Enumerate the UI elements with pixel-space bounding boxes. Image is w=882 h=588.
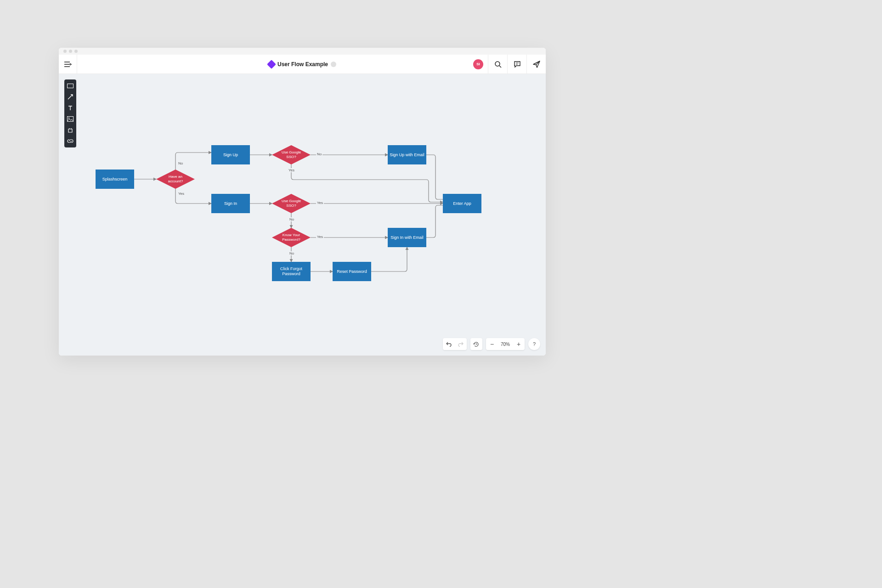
history-icon [473, 341, 479, 347]
edge-label-sso-up-yes: Yes [288, 168, 295, 172]
tool-text[interactable] [64, 102, 76, 113]
svg-rect-2 [68, 117, 74, 122]
node-sign-up[interactable]: Sign Up [211, 145, 250, 164]
arrow-icon [67, 94, 74, 100]
paper-plane-icon [533, 61, 540, 68]
app-logo-icon [267, 60, 276, 69]
topbar-right: SI [473, 55, 546, 74]
menu-icon [64, 62, 72, 67]
node-label: Sign Up [223, 153, 238, 158]
node-label: Use Google SSO? [274, 150, 309, 159]
node-reset-password[interactable]: Reset Password [333, 262, 371, 281]
node-sign-in[interactable]: Sign In [211, 194, 250, 213]
edge-label-password-yes: Yes [316, 235, 324, 239]
node-enter-app[interactable]: Enter App [443, 194, 481, 213]
node-label: Sign Up with Email [390, 153, 424, 158]
redo-icon [458, 341, 464, 347]
menu-button[interactable] [59, 55, 77, 74]
node-signin-email[interactable]: Sign In with Email [388, 228, 426, 247]
app-window: User Flow Example SI [59, 48, 546, 356]
node-label: Use Google SSO? [274, 199, 309, 208]
document-title[interactable]: User Flow Example [277, 61, 328, 68]
window-titlebar [59, 48, 546, 55]
history-button[interactable] [470, 338, 482, 350]
node-label: Enter App [453, 201, 471, 206]
tool-link[interactable] [64, 136, 76, 147]
tool-rectangle[interactable] [64, 80, 76, 91]
search-icon [494, 61, 502, 68]
node-label: Splashscreen [102, 177, 128, 182]
canvas[interactable]: Splashscreen Have an account? Sign Up Si… [59, 74, 546, 356]
zoom-level[interactable]: 70% [498, 342, 513, 347]
traffic-light-maximize[interactable] [74, 50, 78, 53]
edge-label-account-yes: Yes [177, 192, 185, 196]
svg-point-3 [68, 118, 69, 119]
node-label: Sign In [224, 201, 237, 206]
node-label: Know Your Password? [274, 233, 309, 242]
history-group [470, 338, 482, 350]
topbar: User Flow Example SI [59, 55, 546, 74]
node-forgot-password[interactable]: Click Forgot Password [272, 262, 311, 281]
node-splashscreen[interactable]: Splashscreen [96, 170, 134, 189]
text-icon [67, 105, 74, 111]
image-icon [67, 116, 74, 122]
node-know-password[interactable]: Know Your Password? [272, 228, 311, 247]
avatar[interactable]: SI [473, 59, 483, 69]
node-label: Click Forgot Password [274, 266, 309, 277]
redo-button[interactable] [455, 338, 467, 350]
edge-label-sso-in-yes: Yes [316, 201, 324, 205]
tool-palette [64, 79, 76, 147]
share-button[interactable] [526, 55, 546, 74]
zoom-out-button[interactable]: − [486, 338, 498, 350]
tool-arrow[interactable] [64, 91, 76, 102]
document-title-wrap: User Flow Example [268, 61, 336, 68]
zoom-in-button[interactable]: + [513, 338, 525, 350]
traffic-light-close[interactable] [63, 50, 67, 53]
edge-label-account-no: No [177, 161, 184, 165]
sync-status-icon [331, 62, 336, 67]
svg-point-0 [495, 62, 500, 66]
node-label: Sign In with Email [390, 235, 424, 240]
comments-button[interactable] [507, 55, 526, 74]
node-label: Reset Password [337, 269, 367, 274]
bottom-controls: − 70% + ? [443, 338, 540, 350]
node-have-account[interactable]: Have an account? [156, 170, 195, 189]
node-sso-signin[interactable]: Use Google SSO? [272, 194, 311, 213]
traffic-light-minimize[interactable] [69, 50, 72, 53]
search-button[interactable] [488, 55, 507, 74]
zoom-group: − 70% + [486, 338, 525, 350]
component-icon [67, 127, 74, 133]
help-button[interactable]: ? [528, 338, 540, 350]
node-sso-signup[interactable]: Use Google SSO? [272, 145, 311, 164]
node-label: Have an account? [158, 175, 193, 183]
tool-component[interactable] [64, 124, 76, 136]
comment-icon [514, 61, 521, 68]
tool-image[interactable] [64, 113, 76, 124]
svg-rect-1 [68, 84, 74, 88]
edge-label-sso-up-no: No [316, 152, 322, 156]
connectors [59, 74, 546, 356]
edge-label-sso-in-no: No [288, 217, 295, 221]
undo-icon [446, 341, 452, 347]
edge-label-password-no: No [288, 251, 295, 255]
link-icon [67, 138, 74, 144]
undo-redo-group [443, 338, 467, 350]
undo-button[interactable] [443, 338, 455, 350]
rectangle-icon [67, 84, 74, 88]
node-signup-email[interactable]: Sign Up with Email [388, 145, 426, 164]
